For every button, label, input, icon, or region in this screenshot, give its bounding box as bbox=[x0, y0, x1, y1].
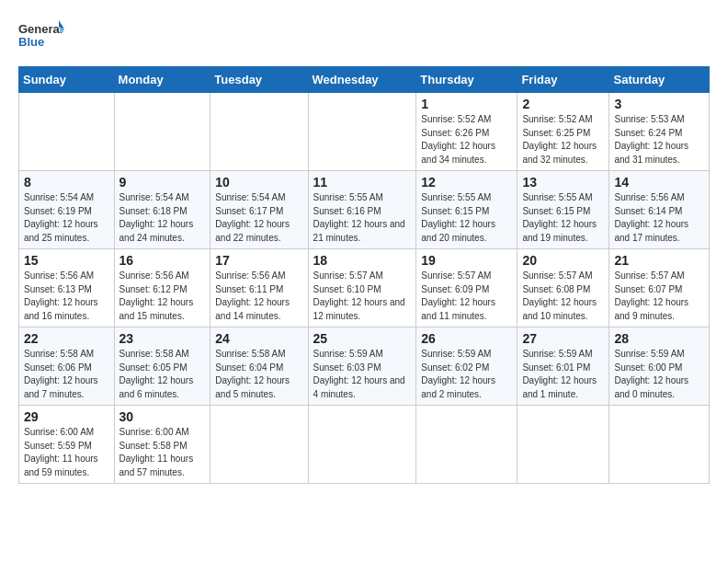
svg-text:Blue: Blue bbox=[18, 35, 44, 49]
page-header: General Blue bbox=[18, 18, 710, 57]
day-number: 30 bbox=[119, 409, 206, 424]
day-info: Sunrise: 5:58 AMSunset: 6:05 PMDaylight:… bbox=[119, 349, 194, 399]
day-info: Sunrise: 5:57 AMSunset: 6:10 PMDaylight:… bbox=[313, 270, 405, 321]
calendar-cell: 2 Sunrise: 5:52 AMSunset: 6:25 PMDayligh… bbox=[518, 93, 609, 171]
day-info: Sunrise: 5:56 AMSunset: 6:14 PMDaylight:… bbox=[614, 192, 688, 243]
day-info: Sunrise: 5:59 AMSunset: 6:02 PMDaylight:… bbox=[421, 349, 495, 399]
day-info: Sunrise: 5:52 AMSunset: 6:25 PMDaylight:… bbox=[522, 114, 597, 165]
calendar-cell bbox=[308, 406, 416, 484]
day-info: Sunrise: 5:59 AMSunset: 6:01 PMDaylight:… bbox=[522, 349, 597, 399]
day-info: Sunrise: 5:56 AMSunset: 6:11 PMDaylight:… bbox=[215, 270, 290, 321]
calendar-cell: 18 Sunrise: 5:57 AMSunset: 6:10 PMDaylig… bbox=[308, 249, 416, 327]
day-number: 28 bbox=[614, 331, 704, 346]
calendar-cell bbox=[210, 406, 308, 484]
calendar-cell: 13 Sunrise: 5:55 AMSunset: 6:15 PMDaylig… bbox=[518, 171, 609, 249]
calendar-week-2: 8 Sunrise: 5:54 AMSunset: 6:19 PMDayligh… bbox=[19, 171, 710, 249]
column-header-monday: Monday bbox=[114, 67, 210, 93]
calendar-cell: 20 Sunrise: 5:57 AMSunset: 6:08 PMDaylig… bbox=[518, 249, 609, 327]
day-number: 2 bbox=[522, 97, 604, 111]
calendar-table: SundayMondayTuesdayWednesdayThursdayFrid… bbox=[18, 66, 710, 484]
calendar-cell bbox=[518, 406, 609, 484]
calendar-body: 1 Sunrise: 5:52 AMSunset: 6:26 PMDayligh… bbox=[19, 93, 710, 484]
calendar-cell: 17 Sunrise: 5:56 AMSunset: 6:11 PMDaylig… bbox=[210, 249, 308, 327]
calendar-cell: 29 Sunrise: 6:00 AMSunset: 5:59 PMDaylig… bbox=[19, 406, 115, 484]
column-header-thursday: Thursday bbox=[416, 67, 518, 93]
day-number: 24 bbox=[215, 331, 302, 346]
day-number: 26 bbox=[421, 331, 512, 346]
day-number: 25 bbox=[313, 331, 412, 346]
logo-svg: General Blue bbox=[18, 18, 64, 57]
calendar-cell bbox=[609, 406, 710, 484]
day-number: 11 bbox=[313, 175, 412, 190]
calendar-cell: 12 Sunrise: 5:55 AMSunset: 6:15 PMDaylig… bbox=[416, 171, 518, 249]
day-number: 17 bbox=[215, 253, 302, 268]
calendar-cell bbox=[19, 93, 115, 171]
svg-text:General: General bbox=[18, 22, 63, 36]
calendar-cell: 21 Sunrise: 5:57 AMSunset: 6:07 PMDaylig… bbox=[609, 249, 710, 327]
calendar-cell: 30 Sunrise: 6:00 AMSunset: 5:58 PMDaylig… bbox=[114, 406, 210, 484]
column-header-saturday: Saturday bbox=[609, 67, 710, 93]
calendar-cell: 25 Sunrise: 5:59 AMSunset: 6:03 PMDaylig… bbox=[308, 327, 416, 406]
logo: General Blue bbox=[18, 18, 64, 57]
day-number: 29 bbox=[24, 409, 109, 424]
calendar-header-row: SundayMondayTuesdayWednesdayThursdayFrid… bbox=[19, 67, 710, 93]
calendar-cell: 27 Sunrise: 5:59 AMSunset: 6:01 PMDaylig… bbox=[518, 327, 609, 406]
calendar-cell: 14 Sunrise: 5:56 AMSunset: 6:14 PMDaylig… bbox=[609, 171, 710, 249]
calendar-cell: 9 Sunrise: 5:54 AMSunset: 6:18 PMDayligh… bbox=[114, 171, 210, 249]
day-number: 18 bbox=[313, 253, 412, 268]
day-number: 8 bbox=[24, 175, 109, 190]
calendar-cell: 1 Sunrise: 5:52 AMSunset: 6:26 PMDayligh… bbox=[416, 93, 518, 171]
day-info: Sunrise: 5:57 AMSunset: 6:07 PMDaylight:… bbox=[614, 270, 688, 321]
day-number: 1 bbox=[421, 97, 512, 111]
calendar-cell: 8 Sunrise: 5:54 AMSunset: 6:19 PMDayligh… bbox=[19, 171, 115, 249]
day-info: Sunrise: 5:56 AMSunset: 6:12 PMDaylight:… bbox=[119, 270, 194, 321]
day-info: Sunrise: 5:53 AMSunset: 6:24 PMDaylight:… bbox=[614, 114, 688, 165]
day-number: 19 bbox=[421, 253, 512, 268]
calendar-cell bbox=[308, 93, 416, 171]
calendar-cell: 28 Sunrise: 5:59 AMSunset: 6:00 PMDaylig… bbox=[609, 327, 710, 406]
calendar-cell: 11 Sunrise: 5:55 AMSunset: 6:16 PMDaylig… bbox=[308, 171, 416, 249]
day-number: 9 bbox=[119, 175, 206, 190]
calendar-week-4: 22 Sunrise: 5:58 AMSunset: 6:06 PMDaylig… bbox=[19, 327, 710, 406]
column-header-tuesday: Tuesday bbox=[210, 67, 308, 93]
day-number: 12 bbox=[421, 175, 512, 190]
day-number: 14 bbox=[614, 175, 704, 190]
calendar-week-5: 29 Sunrise: 6:00 AMSunset: 5:59 PMDaylig… bbox=[19, 406, 710, 484]
calendar-cell: 15 Sunrise: 5:56 AMSunset: 6:13 PMDaylig… bbox=[19, 249, 115, 327]
day-number: 27 bbox=[522, 331, 604, 346]
day-info: Sunrise: 6:00 AMSunset: 5:59 PMDaylight:… bbox=[24, 427, 98, 477]
calendar-cell: 3 Sunrise: 5:53 AMSunset: 6:24 PMDayligh… bbox=[609, 93, 710, 171]
day-number: 15 bbox=[24, 253, 109, 268]
day-number: 20 bbox=[522, 253, 604, 268]
day-number: 21 bbox=[614, 253, 704, 268]
calendar-cell bbox=[114, 93, 210, 171]
day-info: Sunrise: 5:55 AMSunset: 6:15 PMDaylight:… bbox=[421, 192, 495, 243]
day-info: Sunrise: 5:54 AMSunset: 6:17 PMDaylight:… bbox=[215, 192, 290, 243]
day-info: Sunrise: 5:57 AMSunset: 6:08 PMDaylight:… bbox=[522, 270, 597, 321]
calendar-cell: 26 Sunrise: 5:59 AMSunset: 6:02 PMDaylig… bbox=[416, 327, 518, 406]
day-info: Sunrise: 5:58 AMSunset: 6:04 PMDaylight:… bbox=[215, 349, 290, 399]
calendar-cell: 24 Sunrise: 5:58 AMSunset: 6:04 PMDaylig… bbox=[210, 327, 308, 406]
day-info: Sunrise: 5:56 AMSunset: 6:13 PMDaylight:… bbox=[24, 270, 98, 321]
day-info: Sunrise: 5:57 AMSunset: 6:09 PMDaylight:… bbox=[421, 270, 495, 321]
calendar-cell: 16 Sunrise: 5:56 AMSunset: 6:12 PMDaylig… bbox=[114, 249, 210, 327]
day-info: Sunrise: 5:59 AMSunset: 6:00 PMDaylight:… bbox=[614, 349, 688, 399]
calendar-week-3: 15 Sunrise: 5:56 AMSunset: 6:13 PMDaylig… bbox=[19, 249, 710, 327]
day-number: 22 bbox=[24, 331, 109, 346]
column-header-wednesday: Wednesday bbox=[308, 67, 416, 93]
day-number: 16 bbox=[119, 253, 206, 268]
calendar-cell bbox=[210, 93, 308, 171]
day-number: 3 bbox=[614, 97, 704, 111]
day-number: 10 bbox=[215, 175, 302, 190]
calendar-cell: 22 Sunrise: 5:58 AMSunset: 6:06 PMDaylig… bbox=[19, 327, 115, 406]
calendar-cell bbox=[416, 406, 518, 484]
day-info: Sunrise: 5:58 AMSunset: 6:06 PMDaylight:… bbox=[24, 349, 98, 399]
calendar-week-1: 1 Sunrise: 5:52 AMSunset: 6:26 PMDayligh… bbox=[19, 93, 710, 171]
column-header-sunday: Sunday bbox=[19, 67, 115, 93]
day-info: Sunrise: 5:55 AMSunset: 6:15 PMDaylight:… bbox=[522, 192, 597, 243]
calendar-cell: 19 Sunrise: 5:57 AMSunset: 6:09 PMDaylig… bbox=[416, 249, 518, 327]
day-info: Sunrise: 5:52 AMSunset: 6:26 PMDaylight:… bbox=[421, 114, 495, 165]
day-info: Sunrise: 5:59 AMSunset: 6:03 PMDaylight:… bbox=[313, 349, 405, 399]
calendar-cell: 10 Sunrise: 5:54 AMSunset: 6:17 PMDaylig… bbox=[210, 171, 308, 249]
day-info: Sunrise: 5:55 AMSunset: 6:16 PMDaylight:… bbox=[313, 192, 405, 243]
